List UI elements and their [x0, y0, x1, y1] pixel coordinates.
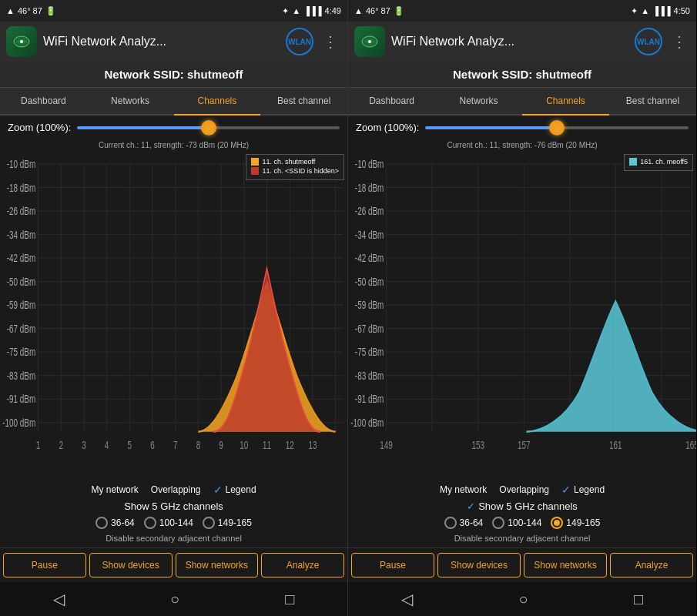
band-100-144-label-1: 100-144: [159, 517, 193, 528]
back-icon-1[interactable]: ◁: [53, 590, 65, 608]
band-100-144-1[interactable]: 100-144: [144, 517, 193, 529]
svg-text:149: 149: [380, 437, 393, 451]
screen-2: ▲ 46° 87 🔋 ✦ ▲ ▐▐▐ 4:50 WiFi Network Ana…: [348, 0, 696, 616]
menu-button-2[interactable]: ⋮: [669, 29, 690, 54]
signal-bars-2: ▐▐▐: [652, 6, 670, 15]
band-36-64-2[interactable]: 36-64: [444, 517, 484, 529]
chart-2: -10 dBm -18 dBm -26 dBm -34 dBm -42 dBm …: [348, 151, 696, 477]
legend-label-1: Legend: [226, 484, 256, 495]
svg-text:-50 dBm: -50 dBm: [7, 274, 35, 288]
show5ghz-label-2: Show 5 GHz channels: [478, 500, 578, 512]
legend-check-icon-2: ✓: [561, 484, 571, 496]
svg-text:-100 dBm: -100 dBm: [350, 416, 384, 430]
zoom-slider-1[interactable]: [77, 126, 340, 129]
network-toggles-1: My network Overlapping ✓ Legend: [6, 480, 341, 499]
band-149-165-2[interactable]: 149-165: [551, 517, 600, 529]
svg-text:11: 11: [263, 437, 271, 451]
radio-100-144-2[interactable]: [492, 517, 504, 529]
analyze-button-1[interactable]: Analyze: [261, 553, 344, 578]
show-devices-button-2[interactable]: Show devices: [437, 553, 521, 578]
bluetooth-icon: ✦: [282, 6, 289, 16]
svg-text:9: 9: [219, 437, 223, 451]
top-bar-2: WiFi Network Analyz... WLAN ⋮: [348, 22, 696, 62]
tab-channels-2[interactable]: Channels: [522, 88, 609, 114]
tab-networks-2[interactable]: Networks: [435, 88, 522, 114]
legend-check-icon-1: ✓: [213, 484, 223, 496]
show-5ghz-2[interactable]: ✓ Show 5 GHz channels: [354, 499, 690, 514]
radio-100-144-1[interactable]: [144, 517, 156, 529]
nav-bar-2: ◁ ○ □: [348, 582, 696, 616]
bottom-controls-2: My network Overlapping ✓ Legend ✓ Show 5…: [348, 477, 696, 547]
tab-bestchannel-1[interactable]: Best channel: [260, 88, 347, 114]
menu-button-1[interactable]: ⋮: [320, 29, 341, 54]
legend-item-3: 161. ch. meoff5: [629, 158, 688, 166]
tab-channels-1[interactable]: Channels: [174, 88, 261, 114]
band-100-144-label-2: 100-144: [508, 517, 541, 528]
svg-text:7: 7: [173, 437, 178, 451]
svg-point-54: [368, 40, 371, 43]
ssid-header-1: Network SSID: shutmeoff: [0, 62, 347, 88]
show-networks-button-2[interactable]: Show networks: [524, 553, 607, 578]
radio-149-165-2[interactable]: [551, 517, 563, 529]
radio-36-64-2[interactable]: [444, 517, 457, 529]
radio-36-64-1[interactable]: [96, 517, 108, 529]
show-5ghz-1[interactable]: Show 5 GHz channels: [6, 499, 341, 514]
svg-text:-100 dBm: -100 dBm: [2, 416, 35, 430]
toggle-legend-1[interactable]: ✓ Legend: [213, 484, 256, 496]
band-149-165-1[interactable]: 149-165: [203, 517, 252, 529]
svg-text:5: 5: [128, 437, 132, 451]
tab-networks-1[interactable]: Networks: [87, 88, 174, 114]
pause-button-2[interactable]: Pause: [351, 553, 434, 578]
home-icon-1[interactable]: ○: [170, 591, 179, 608]
pause-button-1[interactable]: Pause: [3, 553, 86, 578]
zoom-slider-2[interactable]: [425, 126, 689, 129]
tab-bestchannel-2[interactable]: Best channel: [609, 88, 696, 114]
toggle-legend-2[interactable]: ✓ Legend: [561, 484, 605, 496]
signal-icon-2: ▲: [354, 6, 363, 15]
recents-icon-2[interactable]: □: [634, 591, 643, 608]
svg-text:-18 dBm: -18 dBm: [7, 180, 35, 194]
status-left-1: ▲ 46° 87 🔋: [6, 6, 56, 16]
svg-text:-75 dBm: -75 dBm: [355, 345, 384, 359]
analyze-button-2[interactable]: Analyze: [610, 553, 693, 578]
svg-text:-34 dBm: -34 dBm: [355, 227, 384, 241]
band-36-64-1[interactable]: 36-64: [96, 517, 135, 529]
wifi-icon-status: ▲: [292, 6, 300, 15]
radio-149-165-1[interactable]: [203, 517, 215, 529]
toggle-mynetwork-1[interactable]: My network: [91, 484, 138, 496]
toggle-overlapping-1[interactable]: Overlapping: [151, 484, 201, 496]
band-100-144-2[interactable]: 100-144: [492, 517, 541, 529]
mynetwork-label-2: My network: [440, 484, 487, 495]
tab-dashboard-1[interactable]: Dashboard: [0, 88, 87, 114]
svg-text:-26 dBm: -26 dBm: [7, 204, 35, 218]
back-icon-2[interactable]: ◁: [401, 590, 413, 608]
svg-text:8: 8: [196, 437, 201, 451]
signal-bars: ▐▐▐: [303, 6, 321, 15]
status-bar-1: ▲ 46° 87 🔋 ✦ ▲ ▐▐▐ 4:49: [0, 0, 347, 22]
time-2: 4:50: [674, 6, 690, 15]
bottom-controls-1: My network Overlapping ✓ Legend Show 5 G…: [0, 477, 347, 547]
toggle-mynetwork-2[interactable]: My network: [440, 484, 487, 496]
home-icon-2[interactable]: ○: [518, 591, 528, 608]
battery-icon: 🔋: [45, 6, 56, 16]
toggle-overlapping-2[interactable]: Overlapping: [499, 484, 549, 496]
app-icon-2: [354, 26, 385, 57]
zoom-label-2: Zoom (100%):: [356, 122, 419, 133]
recents-icon-1[interactable]: □: [285, 591, 294, 608]
svg-text:12: 12: [286, 437, 294, 451]
svg-text:13: 13: [308, 437, 317, 451]
show-devices-button-1[interactable]: Show devices: [89, 553, 173, 578]
svg-text:-67 dBm: -67 dBm: [355, 322, 384, 336]
show-networks-button-1[interactable]: Show networks: [176, 553, 259, 578]
battery-icon-2: 🔋: [394, 6, 404, 16]
svg-text:-59 dBm: -59 dBm: [355, 298, 384, 312]
tab-dashboard-2[interactable]: Dashboard: [348, 88, 435, 114]
status-left-2: ▲ 46° 87 🔋: [354, 6, 404, 16]
status-text-2: 46° 87: [366, 6, 390, 15]
svg-text:-18 dBm: -18 dBm: [355, 180, 384, 194]
zoom-row-1: Zoom (100%):: [0, 116, 347, 139]
show5ghz-label-1: Show 5 GHz channels: [124, 500, 223, 512]
svg-text:-83 dBm: -83 dBm: [355, 369, 384, 383]
nav-bar-1: ◁ ○ □: [0, 582, 347, 616]
legend-item-2: 11. ch. <SSID is hidden>: [251, 167, 339, 175]
